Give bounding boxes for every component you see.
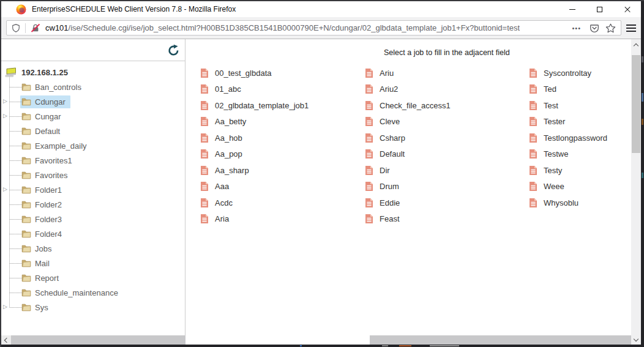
url-text[interactable]: cw101/ise/Schedule.cgi/ise/job_select.ht… (45, 23, 520, 32)
folder-icon (21, 274, 31, 282)
menu-button[interactable] (625, 24, 637, 32)
sidebar-horizontal-scrollbar[interactable] (1, 335, 185, 345)
job-label: Csharp (380, 133, 405, 143)
insecure-lock-icon[interactable] (31, 23, 40, 33)
job-item[interactable]: Ariu2 (365, 81, 451, 98)
expander-icon[interactable]: ▷ (3, 111, 7, 120)
job-item[interactable]: Acdc (201, 195, 309, 211)
job-item[interactable]: Check_file_access1 (365, 97, 451, 114)
document-icon (365, 166, 373, 175)
tree-folder-item[interactable]: ▷ Folder2 (1, 197, 185, 212)
job-label: Aaa (215, 182, 229, 191)
folder-icon (21, 200, 31, 209)
tree-folder-item[interactable]: ▷ Jobs (1, 241, 185, 256)
vertical-scrollbar[interactable] (631, 39, 641, 345)
job-item[interactable]: 00_test_glbdata (201, 65, 309, 81)
tree-folder-item[interactable]: ▷ Favorites1 (1, 153, 185, 168)
document-icon (201, 198, 208, 207)
job-item[interactable]: Aa_betty (201, 114, 309, 130)
tree-item-content: Example_daily (20, 140, 92, 152)
job-item[interactable]: Ted (530, 81, 607, 98)
tree-folder-item[interactable]: ▷ Folder3 (1, 212, 185, 226)
tree-folder-item[interactable]: ▷ Folder1 (1, 182, 185, 197)
expander-icon[interactable]: ▷ (3, 185, 7, 193)
vertical-scrollbar-thumb[interactable] (632, 55, 640, 153)
job-item[interactable]: Testlongpassword (530, 130, 607, 146)
tree-folder-item[interactable]: ▷ Cungar (1, 109, 185, 124)
job-label: Cleve (380, 117, 400, 126)
document-icon (201, 149, 208, 159)
job-item[interactable]: Drum (365, 179, 451, 195)
tree-folder-item[interactable]: ▷ Favorites (1, 168, 185, 182)
job-item[interactable]: 01_abc (201, 81, 309, 98)
job-item[interactable]: Aa_sharp (201, 162, 309, 179)
page-actions-icon[interactable]: ••• (569, 24, 583, 32)
expander-icon[interactable]: ▷ (3, 302, 7, 311)
tree-folder-item[interactable]: ▷ Sys (1, 300, 185, 315)
job-item[interactable]: Test (530, 97, 607, 114)
job-item[interactable]: Dir (365, 162, 451, 179)
folder-label: Favorites (35, 171, 67, 180)
document-icon (201, 133, 208, 143)
job-item[interactable]: Syscontroltay (530, 65, 607, 81)
job-item[interactable]: Aa_hob (201, 130, 309, 146)
job-item[interactable]: Tester (530, 114, 607, 130)
tree-items: ▷ Ban_controls (1, 80, 185, 315)
tree-folder-item[interactable]: ▷ Schedule_maintenance (1, 285, 185, 300)
job-item[interactable]: Ariu (365, 65, 451, 81)
job-item[interactable]: Cleve (365, 114, 451, 130)
job-item[interactable]: Aria (201, 211, 309, 228)
tree-item-content: Favorites1 (20, 154, 77, 167)
tree-item-content: Folder2 (20, 198, 67, 211)
tree-folder-item[interactable]: ▷ Default (1, 124, 185, 138)
expander-icon[interactable]: ▷ (3, 97, 7, 105)
minimize-button[interactable] (558, 1, 586, 17)
tree-item-content: Schedule_maintenance (20, 286, 123, 299)
tree-folder-item[interactable]: ▷ Report (1, 271, 185, 285)
document-icon (530, 117, 537, 126)
pocket-icon[interactable] (590, 23, 599, 33)
document-icon (365, 214, 373, 223)
scroll-down-arrow[interactable] (631, 335, 641, 345)
tree-folder-item[interactable]: ▷ Mail (1, 256, 185, 271)
content-horizontal-scrollbar[interactable] (370, 335, 641, 345)
scroll-left-arrow[interactable] (1, 335, 11, 345)
bookmark-star-icon[interactable] (605, 23, 616, 33)
job-item[interactable]: Csharp (365, 130, 451, 146)
folder-icon (21, 112, 31, 121)
job-item[interactable]: 02_glbdata_template_job1 (201, 97, 309, 114)
window-controls (558, 1, 641, 17)
refresh-button[interactable] (165, 42, 181, 58)
job-item[interactable]: Testy (530, 162, 607, 179)
tree-connector (10, 190, 21, 190)
sidebar-scrollbar-thumb[interactable] (11, 335, 185, 345)
tree-folder-item[interactable]: ▷ Cdungar (1, 94, 185, 109)
job-item[interactable]: Testwe (530, 146, 607, 163)
tracking-protection-shield-icon[interactable] (12, 23, 20, 33)
folder-label: Example_daily (35, 141, 87, 151)
folder-tree: 192.168.1.25 ▷ (1, 65, 185, 315)
tree-root-label: 192.168.1.25 (21, 68, 68, 77)
tree-folder-item[interactable]: ▷ Folder4 (1, 226, 185, 241)
job-item[interactable]: Weee (530, 179, 607, 195)
job-item[interactable]: Aaa (201, 179, 309, 195)
close-button[interactable] (613, 1, 641, 17)
title-bar: EnterpriseSCHEDULE Web Client Version 7.… (1, 1, 641, 17)
tree-item-content: Folder4 (20, 228, 67, 241)
job-item[interactable]: Whysoblu (530, 195, 607, 211)
tree-folder-item[interactable]: ▷ Example_daily (1, 138, 185, 153)
tree-connector (10, 234, 21, 234)
tree-item-content: Folder1 (20, 184, 67, 196)
tree-folder-item[interactable]: ▷ Ban_controls (1, 80, 185, 94)
scroll-up-arrow[interactable] (631, 40, 641, 50)
job-item[interactable]: Aa_pop (201, 146, 309, 163)
job-item[interactable]: Feast (365, 211, 451, 228)
window-bottom-edge (1, 345, 641, 347)
tree-item-content: Cungar (20, 110, 66, 123)
job-item[interactable]: Eddie (365, 195, 451, 211)
content-scrollbar-thumb[interactable] (370, 335, 641, 345)
maximize-button[interactable] (586, 1, 613, 17)
tree-root-host[interactable]: 192.168.1.25 (1, 65, 185, 80)
url-bar[interactable]: cw101/ise/Schedule.cgi/ise/job_select.ht… (6, 20, 621, 35)
job-item[interactable]: Default (365, 146, 451, 163)
